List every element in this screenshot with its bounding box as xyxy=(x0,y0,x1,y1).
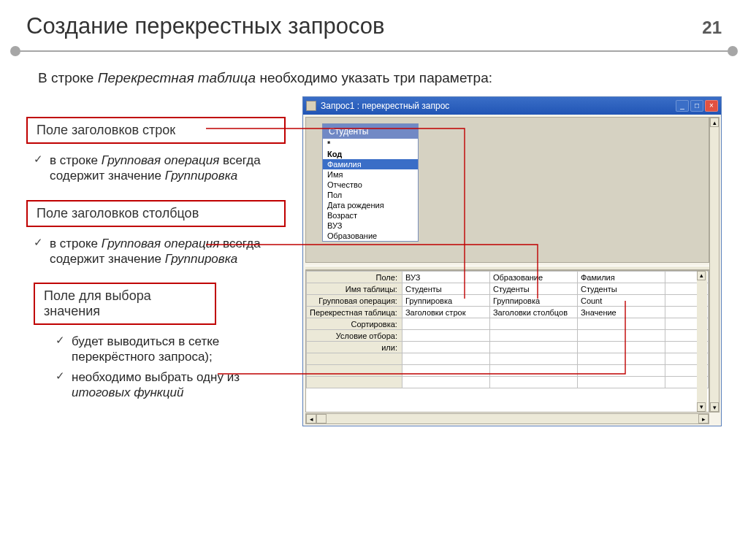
intro-italic: Перекрестная таблица xyxy=(98,70,256,85)
b1-prefix: в строке xyxy=(50,153,102,167)
grid-c2-crit[interactable] xyxy=(489,330,577,342)
scroll-down-icon[interactable]: ▾ xyxy=(697,402,706,412)
grid-c3-field[interactable]: Фамилия xyxy=(577,272,665,283)
window-title: Запрос1 : перекрестный запрос xyxy=(321,101,676,111)
grid-c2-field[interactable]: Образование xyxy=(489,272,577,283)
bullet-2: в строке Групповая операция всегда содер… xyxy=(34,236,286,267)
grid-c1-sort[interactable] xyxy=(402,318,489,330)
scroll-thumb[interactable] xyxy=(316,414,327,423)
maximize-button[interactable]: □ xyxy=(690,100,703,112)
grid-c3-or[interactable] xyxy=(577,342,665,353)
b2-italic1: Групповая операция xyxy=(102,237,220,250)
source-table[interactable]: Студенты * Код Фамилия Имя Отчество Пол … xyxy=(322,123,419,242)
slide-title: Создание перекрестных запросов xyxy=(26,13,384,39)
b1-italic2: Группировка xyxy=(165,169,238,183)
grid-c1-field[interactable]: ВУЗ xyxy=(402,272,489,283)
grid-c1-cross[interactable]: Заголовки строк xyxy=(402,307,489,318)
query-window: Запрос1 : перекрестный запрос _ □ × Студ… xyxy=(302,96,722,426)
field-pol[interactable]: Пол xyxy=(323,190,418,200)
grid-label-op: Групповая операция: xyxy=(307,295,402,307)
close-button[interactable]: × xyxy=(705,100,718,112)
grid-c1-crit[interactable] xyxy=(402,330,489,342)
source-table-name: Студенты xyxy=(323,124,418,139)
scroll-left-icon[interactable]: ◂ xyxy=(306,414,316,423)
field-obrazovanie[interactable]: Образование xyxy=(323,231,418,241)
grid-label-cross: Перекрестная таблица: xyxy=(307,307,402,318)
minimize-button[interactable]: _ xyxy=(676,100,689,112)
grid-c3-table[interactable]: Студенты xyxy=(577,283,665,295)
bullet-4: необходимо выбрать одну из итоговых функ… xyxy=(56,369,275,401)
scroll-up-icon[interactable]: ▴ xyxy=(710,118,719,127)
grid-label-or: или: xyxy=(307,342,402,353)
grid-c3-cross[interactable]: Значение xyxy=(577,307,665,318)
grid-label-blank1 xyxy=(307,353,402,365)
b4-italic: итоговых функций xyxy=(72,386,183,399)
divider xyxy=(6,47,742,54)
grid-c2-or[interactable] xyxy=(489,342,577,353)
grid-c1-op[interactable]: Группировка xyxy=(402,295,489,307)
grid-label-blank2 xyxy=(307,365,402,377)
tables-pane[interactable]: Студенты * Код Фамилия Имя Отчество Пол … xyxy=(305,117,709,263)
app-icon xyxy=(306,101,316,111)
field-imya[interactable]: Имя xyxy=(323,169,418,180)
design-grid[interactable]: Поле: ВУЗ Образование Фамилия Имя таблиц… xyxy=(306,271,709,388)
callout-row-headers: Поле заголовков строк xyxy=(26,117,286,144)
grid-c2-table[interactable]: Студенты xyxy=(489,283,577,295)
scroll-up-icon[interactable]: ▴ xyxy=(697,271,706,280)
upper-vscrollbar[interactable]: ▴ ▾ xyxy=(709,117,720,413)
b2-prefix: в строке xyxy=(50,237,102,250)
grid-c3-crit[interactable] xyxy=(577,330,665,342)
grid-c2-cross[interactable]: Заголовки столбцов xyxy=(489,307,577,318)
grid-vscrollbar[interactable]: ▴ ▾ xyxy=(697,271,707,412)
field-list[interactable]: * Код Фамилия Имя Отчество Пол Дата рожд… xyxy=(323,139,418,241)
grid-label-table: Имя таблицы: xyxy=(307,283,402,295)
window-titlebar[interactable]: Запрос1 : перекрестный запрос _ □ × xyxy=(303,97,721,115)
b4-prefix: необходимо выбрать одну из xyxy=(72,370,240,384)
callout-value-field: Поле для выбора значения xyxy=(34,283,216,325)
grid-c1-or[interactable] xyxy=(402,342,489,353)
grid-c2-sort[interactable] xyxy=(489,318,577,330)
scroll-down-icon[interactable]: ▾ xyxy=(710,402,719,412)
field-familiya[interactable]: Фамилия xyxy=(323,159,418,169)
field-vozrast[interactable]: Возраст xyxy=(323,210,418,220)
intro-suffix: необходимо указать три параметра: xyxy=(256,70,492,85)
field-dob[interactable]: Дата рождения xyxy=(323,200,418,210)
grid-label-field: Поле: xyxy=(307,272,402,283)
grid-label-blank3 xyxy=(307,377,402,388)
callout-col-headers: Поле заголовков столбцов xyxy=(26,200,286,227)
b1-italic1: Групповая операция xyxy=(102,153,220,167)
field-vuz[interactable]: ВУЗ xyxy=(323,220,418,231)
intro-prefix: В строке xyxy=(38,70,98,85)
grid-c2-op[interactable]: Группировка xyxy=(489,295,577,307)
bullet-1: в строке Групповая операция всегда содер… xyxy=(34,153,286,184)
field-asterisk[interactable]: * xyxy=(323,139,418,149)
field-kod[interactable]: Код xyxy=(323,149,418,159)
field-otchestvo[interactable]: Отчество xyxy=(323,180,418,190)
grid-label-sort: Сортировка: xyxy=(307,318,402,330)
intro-text: В строке Перекрестная таблица необходимо… xyxy=(38,70,704,86)
b2-italic2: Группировка xyxy=(165,252,238,266)
bullet-3: будет выводиться в сетке перекрёстного з… xyxy=(56,334,275,365)
scroll-right-icon[interactable]: ▸ xyxy=(698,414,709,423)
grid-c3-sort[interactable] xyxy=(577,318,665,330)
grid-c1-table[interactable]: Студенты xyxy=(402,283,489,295)
slide-number: 21 xyxy=(702,18,722,38)
design-grid-pane[interactable]: Поле: ВУЗ Образование Фамилия Имя таблиц… xyxy=(305,270,709,413)
hscrollbar[interactable]: ◂ ▸ xyxy=(305,413,709,424)
grid-label-criteria: Условие отбора: xyxy=(307,330,402,342)
grid-c3-op[interactable]: Count xyxy=(577,295,665,307)
